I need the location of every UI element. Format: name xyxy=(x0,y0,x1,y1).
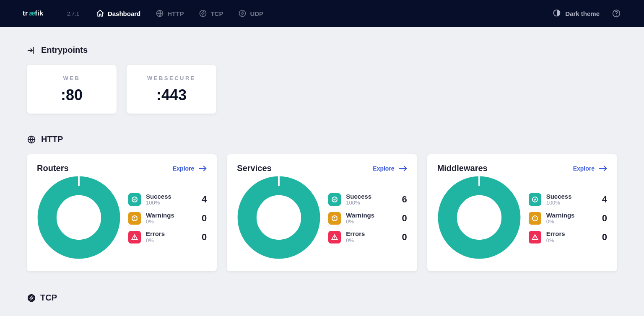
tab-dashboard[interactable]: Dashboard xyxy=(96,9,140,18)
stat-pct: 0% xyxy=(346,219,374,225)
stat-errors: Errors0% 0 xyxy=(328,231,407,243)
svg-text:æ: æ xyxy=(29,9,35,17)
svg-point-27 xyxy=(535,238,535,238)
stat-pct: 100% xyxy=(146,200,171,206)
entrypoints-row: WEB :80 WEBSECURE :443 xyxy=(27,65,617,114)
stat-success: Success100% 4 xyxy=(529,193,607,206)
stat-success: Success100% 4 xyxy=(128,193,207,206)
tab-udp[interactable]: UDP xyxy=(238,9,263,18)
stat-pct: 0% xyxy=(146,219,174,225)
brand-logo[interactable]: træfik xyxy=(23,8,61,19)
error-icon xyxy=(128,231,141,243)
tab-label: Dashboard xyxy=(108,10,140,17)
svg-point-21 xyxy=(335,238,335,238)
panel-title: Routers xyxy=(37,163,69,173)
stat-list: Success100% 4 Warnings0% 0 Errors0% 0 xyxy=(529,193,607,243)
arrow-right-icon xyxy=(399,165,407,172)
entrypoint-card-websecure[interactable]: WEBSECURE :443 xyxy=(127,65,216,114)
stat-count: 0 xyxy=(202,213,207,224)
svg-point-17 xyxy=(257,196,301,240)
svg-point-15 xyxy=(134,238,135,238)
stat-label: Warnings xyxy=(546,212,575,219)
globe-icon xyxy=(27,135,36,144)
explore-label: Explore xyxy=(573,165,595,172)
contrast-icon xyxy=(553,9,561,18)
entrypoint-card-web[interactable]: WEB :80 xyxy=(27,65,117,114)
help-button[interactable] xyxy=(611,8,621,18)
stat-count: 0 xyxy=(602,213,607,224)
tab-label: UDP xyxy=(250,10,263,17)
home-icon xyxy=(96,9,104,18)
tab-tcp[interactable]: TCP xyxy=(199,9,223,18)
tab-http[interactable]: HTTP xyxy=(156,9,184,18)
swap-icon xyxy=(27,293,36,303)
panel-routers: Routers Explore Success100% 4 xyxy=(27,154,217,271)
explore-label: Explore xyxy=(373,165,394,172)
svg-point-28 xyxy=(28,294,35,301)
stat-count: 6 xyxy=(402,194,407,205)
warning-icon xyxy=(128,212,141,225)
swap-icon xyxy=(199,9,207,18)
section-title: HTTP xyxy=(41,135,63,144)
stat-success: Success100% 6 xyxy=(328,193,407,206)
login-icon xyxy=(27,46,36,55)
stat-label: Errors xyxy=(146,231,165,238)
stat-label: Warnings xyxy=(146,212,174,219)
tab-label: TCP xyxy=(210,10,223,17)
stat-errors: Errors0% 0 xyxy=(128,231,207,243)
svg-point-26 xyxy=(535,219,535,220)
stat-label: Success xyxy=(146,193,171,200)
stat-warnings: Warnings0% 0 xyxy=(128,212,207,225)
svg-text:fik: fik xyxy=(35,9,44,17)
arrow-right-icon xyxy=(599,165,607,172)
stat-count: 0 xyxy=(402,232,407,243)
page-body: Entrypoints WEB :80 WEBSECURE :443 HTTP … xyxy=(0,27,644,316)
stat-list: Success100% 4 Warnings0% 0 Errors0% 0 xyxy=(128,193,207,243)
stat-warnings: Warnings0% 0 xyxy=(529,212,607,225)
stat-pct: 0% xyxy=(146,238,165,243)
nav-tabs: Dashboard HTTP TCP UDP xyxy=(96,9,263,18)
version-label: 2.7.1 xyxy=(67,10,79,17)
nav-right: Dark theme xyxy=(553,8,621,18)
stat-pct: 100% xyxy=(346,200,371,206)
stat-pct: 100% xyxy=(546,200,572,206)
panel-middlewares: Middlewares Explore Success100% 4 xyxy=(427,154,617,271)
entrypoint-name: WEB xyxy=(63,75,80,81)
stat-pct: 0% xyxy=(346,238,365,243)
section-title: TCP xyxy=(40,293,57,303)
tab-label: HTTP xyxy=(167,10,184,17)
explore-label: Explore xyxy=(173,165,194,172)
explore-link[interactable]: Explore xyxy=(573,165,607,172)
stat-label: Errors xyxy=(346,231,365,238)
panel-title: Services xyxy=(237,163,271,173)
svg-point-8 xyxy=(616,15,617,16)
stat-count: 0 xyxy=(402,213,407,224)
theme-toggle[interactable]: Dark theme xyxy=(553,9,600,18)
section-http-header: HTTP xyxy=(27,135,617,144)
stat-list: Success100% 6 Warnings0% 0 Errors0% 0 xyxy=(328,193,407,243)
error-icon xyxy=(529,231,541,243)
stat-label: Success xyxy=(346,193,371,200)
donut-chart xyxy=(437,176,521,261)
swap-icon xyxy=(238,9,247,18)
explore-link[interactable]: Explore xyxy=(173,165,207,172)
entrypoint-port: :443 xyxy=(156,86,187,104)
globe-icon xyxy=(156,9,164,18)
theme-label: Dark theme xyxy=(565,10,600,17)
panel-title: Middlewares xyxy=(437,163,488,173)
stat-label: Warnings xyxy=(346,212,374,219)
svg-point-4 xyxy=(200,10,206,17)
svg-text:tr: tr xyxy=(23,9,28,17)
stat-count: 0 xyxy=(202,232,207,243)
stat-pct: 0% xyxy=(546,219,575,225)
svg-point-20 xyxy=(335,219,335,220)
stat-warnings: Warnings0% 0 xyxy=(328,212,407,225)
explore-link[interactable]: Explore xyxy=(373,165,407,172)
donut-chart xyxy=(237,176,321,261)
stat-errors: Errors0% 0 xyxy=(529,231,607,243)
warning-icon xyxy=(328,212,341,225)
success-icon xyxy=(328,193,341,206)
svg-point-11 xyxy=(57,196,101,240)
panel-services: Services Explore Success100% 6 xyxy=(227,154,417,271)
warning-icon xyxy=(529,212,541,225)
